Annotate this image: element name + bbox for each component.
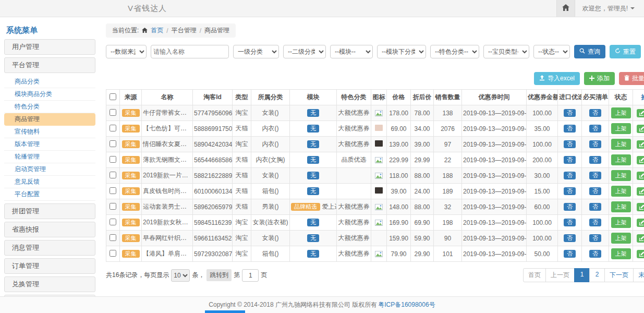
cell-feature: 大额优惠券 bbox=[337, 137, 371, 152]
sidebar-item-carousel-mgmt[interactable]: 轮播管理 bbox=[4, 151, 95, 163]
import-excel-button[interactable]: 导入excel bbox=[534, 72, 580, 85]
edit-button[interactable] bbox=[637, 156, 644, 164]
jump-to-button[interactable]: 跳转到 bbox=[206, 269, 232, 281]
sidebar-item-version-mgmt[interactable]: 版本管理 bbox=[4, 138, 95, 151]
level2-category-select[interactable]: --二级分类-- bbox=[283, 45, 326, 58]
feature-category-select[interactable]: --特色分类-- bbox=[430, 45, 479, 58]
status-button[interactable]: 上架 bbox=[611, 201, 631, 212]
cell-name: 薄款无钢圈文胸聚拢性... bbox=[142, 152, 193, 168]
row-checkbox[interactable] bbox=[110, 203, 116, 210]
jump-page-input[interactable] bbox=[242, 269, 259, 282]
must-buy-badge: 否 bbox=[589, 203, 601, 211]
row-checkbox[interactable] bbox=[110, 234, 116, 241]
pager-item-2[interactable]: 2 bbox=[589, 268, 605, 282]
pager-item-首页[interactable]: 首页 bbox=[523, 268, 546, 282]
cell-source: 采集 bbox=[120, 105, 142, 121]
col-header-select bbox=[106, 90, 120, 105]
sidebar-item-module-product-category[interactable]: 模块商品分类 bbox=[4, 88, 95, 101]
sidebar-item-splash-mgmt[interactable]: 启动页管理 bbox=[4, 163, 95, 176]
row-checkbox[interactable] bbox=[110, 156, 116, 163]
col-header-name: 名称 bbox=[142, 90, 193, 105]
edit-button[interactable] bbox=[637, 109, 644, 117]
cell-type: 淘宝 bbox=[233, 137, 251, 152]
cell-taoke-id: 597293020870 bbox=[193, 246, 233, 262]
cell-discount-price: 69.90 bbox=[411, 215, 434, 231]
edit-button[interactable] bbox=[637, 250, 644, 258]
status-select[interactable]: --状态-- bbox=[533, 45, 570, 58]
row-checkbox[interactable] bbox=[110, 187, 116, 194]
cell-sales: 32 bbox=[434, 199, 462, 215]
row-checkbox[interactable] bbox=[110, 219, 116, 225]
row-checkbox[interactable] bbox=[110, 109, 116, 116]
status-button[interactable]: 上架 bbox=[611, 154, 631, 165]
sidebar-item-message-mgmt[interactable]: 消息管理 bbox=[4, 240, 95, 256]
name-input[interactable] bbox=[151, 45, 229, 58]
sidebar-item-platform-mgmt[interactable]: 平台管理 bbox=[4, 57, 95, 73]
main-content: 当前位置: 首页 / 平台管理 / 商品管理 --数据来源--一级分类--二级分… bbox=[95, 17, 644, 296]
edit-button[interactable] bbox=[637, 203, 644, 211]
sidebar-item-group-buy-mgmt[interactable]: 拼团管理 bbox=[4, 203, 95, 219]
cell-sales: 189 bbox=[434, 184, 462, 199]
add-button[interactable]: 添加 bbox=[584, 72, 615, 85]
edit-button[interactable] bbox=[637, 125, 644, 133]
sidebar-item-exchange-mgmt[interactable]: 兑换管理 bbox=[4, 276, 95, 292]
sidebar-item-product-category[interactable]: 商品分类 bbox=[4, 76, 95, 88]
level1-category-select[interactable]: 一级分类 bbox=[233, 45, 279, 58]
edit-button[interactable] bbox=[637, 140, 644, 149]
breadcrumb-home-link[interactable]: 首页 bbox=[151, 26, 163, 35]
select-all-checkbox[interactable] bbox=[110, 93, 116, 100]
cell-taoke-id: 588869917501 bbox=[193, 121, 233, 137]
status-button[interactable]: 上架 bbox=[611, 217, 631, 228]
sidebar-item-user-mgmt[interactable]: 用户管理 bbox=[4, 39, 95, 55]
edit-button[interactable] bbox=[637, 219, 644, 227]
status-button[interactable]: 上架 bbox=[611, 123, 631, 134]
home-button[interactable] bbox=[556, 0, 575, 17]
cell-status: 上架 bbox=[609, 168, 633, 184]
sidebar-item-feedback[interactable]: 意见反馈 bbox=[4, 176, 95, 188]
table-body: 采集牛仔背带裤女秋装减龄...577479560965淘宝女装()无大额优惠券1… bbox=[106, 105, 644, 262]
pager-item-1[interactable]: 1 bbox=[574, 268, 590, 282]
status-button[interactable]: 上架 bbox=[611, 139, 631, 150]
edit-button[interactable] bbox=[637, 234, 644, 243]
row-checkbox[interactable] bbox=[110, 125, 116, 131]
sidebar-item-order-mgmt[interactable]: 订单管理 bbox=[4, 258, 95, 274]
status-button[interactable]: 上架 bbox=[611, 186, 631, 197]
status-button[interactable]: 上架 bbox=[611, 248, 631, 259]
source-badge: 采集 bbox=[122, 250, 140, 258]
status-button[interactable]: 上架 bbox=[611, 233, 631, 244]
edit-button[interactable] bbox=[637, 172, 644, 180]
pager-item-末页[interactable]: 末页 bbox=[633, 268, 644, 282]
sidebar-item-feature-category[interactable]: 特色分类 bbox=[4, 101, 95, 113]
row-checkbox[interactable] bbox=[110, 250, 116, 257]
module-select[interactable]: --模块-- bbox=[330, 45, 373, 58]
icp-link[interactable]: 粤ICP备16098006号 bbox=[378, 300, 435, 309]
batch-delete-button[interactable]: 批量删除 bbox=[619, 72, 644, 85]
source-badge: 采集 bbox=[122, 125, 140, 133]
sidebar-item-saving-news[interactable]: 省惠快报 bbox=[4, 222, 95, 237]
sidebar-item-promo-material[interactable]: 宣传物料 bbox=[4, 126, 95, 138]
pager-item-上一页[interactable]: 上一页 bbox=[545, 268, 575, 282]
search-button[interactable]: 查询 bbox=[574, 45, 605, 58]
module-sub-category-select[interactable]: --模块下分类-- bbox=[377, 45, 426, 58]
page-size-select[interactable]: 10 bbox=[171, 269, 190, 282]
cell-must-buy: 否 bbox=[582, 152, 609, 168]
status-button[interactable]: 上架 bbox=[611, 107, 631, 118]
pager-item-下一页[interactable]: 下一页 bbox=[604, 268, 634, 282]
must-buy-badge: 否 bbox=[589, 219, 601, 226]
sidebar: 系统菜单 用户管理平台管理商品分类模块商品分类特色分类商品管理宣传物料版本管理轮… bbox=[0, 17, 95, 296]
cell-coupon-amount: 100.00 bbox=[527, 105, 558, 121]
reset-button[interactable]: 重置 bbox=[610, 45, 641, 58]
sidebar-item-platform-config[interactable]: 平台配置 bbox=[4, 188, 95, 201]
user-menu[interactable]: 欢迎您，管理员! bbox=[575, 4, 644, 13]
cell-feature: 大额优惠券 bbox=[337, 121, 371, 137]
sidebar-item-product-mgmt[interactable]: 商品管理 bbox=[4, 113, 95, 126]
data-source-select[interactable]: --数据来源-- bbox=[106, 45, 147, 58]
row-checkbox[interactable] bbox=[110, 172, 116, 178]
cell-must-buy: 否 bbox=[582, 137, 609, 152]
row-actions bbox=[637, 172, 644, 180]
edit-button[interactable] bbox=[637, 187, 644, 196]
status-button[interactable]: 上架 bbox=[611, 170, 631, 181]
cell-source: 采集 bbox=[120, 168, 142, 184]
row-checkbox[interactable] bbox=[110, 140, 116, 147]
item-type-select[interactable]: --宝贝类型-- bbox=[483, 45, 529, 58]
